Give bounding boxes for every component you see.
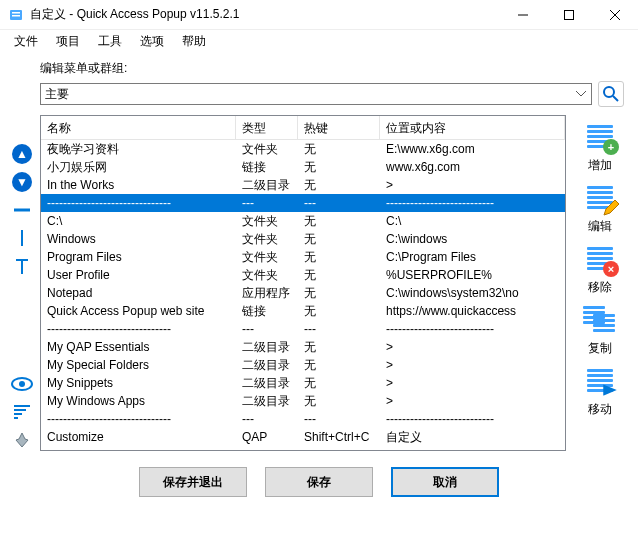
text-button[interactable] (11, 255, 33, 277)
edit-label: 编辑 (588, 218, 612, 235)
move-label: 移动 (588, 401, 612, 418)
add-button[interactable]: + 增加 (581, 121, 619, 174)
cell-type: 应用程序 (236, 285, 298, 302)
table-row[interactable]: My Special Folders二级目录无> (41, 356, 565, 374)
menu-help[interactable]: 帮助 (174, 31, 214, 52)
cell-type: 文件夹 (236, 231, 298, 248)
cell-type: 二级目录 (236, 357, 298, 374)
window-title: 自定义 - Quick Access Popup v11.5.2.1 (30, 6, 500, 23)
edit-button[interactable]: 编辑 (581, 182, 619, 235)
table-row[interactable]: ----------------------------------------… (41, 194, 565, 212)
combo-value: 主要 (45, 86, 69, 103)
col-name[interactable]: 名称 (41, 116, 236, 139)
table-row[interactable]: My QAP Essentials二级目录无> (41, 338, 565, 356)
cell-name: Notepad (41, 286, 236, 300)
table-row[interactable]: 小刀娱乐网链接无www.x6g.com (41, 158, 565, 176)
cell-hotkey: --- (298, 412, 380, 426)
preview-button[interactable] (11, 373, 33, 395)
col-type[interactable]: 类型 (236, 116, 298, 139)
cell-loc: > (380, 394, 565, 408)
cell-hotkey: --- (298, 448, 380, 450)
menu-project[interactable]: 项目 (48, 31, 88, 52)
table-row[interactable]: Program Files文件夹无C:\Program Files (41, 248, 565, 266)
move-icon (581, 365, 619, 399)
table-row[interactable]: User Profile文件夹无%USERPROFILE% (41, 266, 565, 284)
cell-name: Program Files (41, 250, 236, 264)
cell-hotkey: 无 (298, 177, 380, 194)
cell-name: ------------------------------- (41, 448, 236, 450)
cell-name: ------------------------------- (41, 196, 236, 210)
table-row[interactable]: Quick Access Popup web site链接无https://ww… (41, 302, 565, 320)
app-icon (8, 7, 24, 23)
cell-name: In the Works (41, 178, 236, 192)
cell-loc: C:\windows (380, 232, 565, 246)
svg-line-8 (613, 96, 618, 101)
cell-name: My QAP Essentials (41, 340, 236, 354)
table-row[interactable]: My Windows Apps二级目录无> (41, 392, 565, 410)
svg-rect-1 (12, 12, 20, 14)
cell-name: User Profile (41, 268, 236, 282)
pin-button[interactable] (11, 429, 33, 451)
cell-hotkey: 无 (298, 339, 380, 356)
menu-group-combo[interactable]: 主要 (40, 83, 592, 105)
cell-loc: www.x6g.com (380, 160, 565, 174)
separator-vertical-button[interactable] (11, 227, 33, 249)
cell-type: 文件夹 (236, 249, 298, 266)
menu-file[interactable]: 文件 (6, 31, 46, 52)
svg-point-7 (604, 87, 614, 97)
move-down-button[interactable]: ▼ (11, 171, 33, 193)
table-row[interactable]: Notepad应用程序无C:\windows\system32\no (41, 284, 565, 302)
menu-tools[interactable]: 工具 (90, 31, 130, 52)
copy-label: 复制 (588, 340, 612, 357)
copy-button[interactable]: 复制 (581, 304, 619, 357)
table-row[interactable]: ----------------------------------------… (41, 446, 565, 450)
cell-hotkey: 无 (298, 375, 380, 392)
cell-loc: > (380, 376, 565, 390)
cell-hotkey: --- (298, 196, 380, 210)
cell-name: Customize (41, 430, 236, 444)
table-row[interactable]: 夜晚学习资料文件夹无E:\www.x6g.com (41, 140, 565, 158)
table-row[interactable]: Windows文件夹无C:\windows (41, 230, 565, 248)
cell-loc: E:\www.x6g.com (380, 142, 565, 156)
table-row[interactable]: ----------------------------------------… (41, 320, 565, 338)
save-exit-button[interactable]: 保存并退出 (139, 467, 247, 497)
cell-type: --- (236, 196, 298, 210)
cell-hotkey: 无 (298, 159, 380, 176)
col-hotkey[interactable]: 热键 (298, 116, 380, 139)
table-row[interactable]: CustomizeQAPShift+Ctrl+C自定义 (41, 428, 565, 446)
cancel-button[interactable]: 取消 (391, 467, 499, 497)
save-button[interactable]: 保存 (265, 467, 373, 497)
table-row[interactable]: My Snippets二级目录无> (41, 374, 565, 392)
remove-button[interactable]: × 移除 (581, 243, 619, 296)
minimize-button[interactable] (500, 0, 546, 30)
col-location[interactable]: 位置或内容 (380, 116, 565, 139)
separator-horizontal-button[interactable] (11, 199, 33, 221)
maximize-button[interactable] (546, 0, 592, 30)
cell-type: 二级目录 (236, 339, 298, 356)
sort-button[interactable] (11, 401, 33, 423)
menu-options[interactable]: 选项 (132, 31, 172, 52)
cell-hotkey: Shift+Ctrl+C (298, 430, 380, 444)
cell-loc: > (380, 178, 565, 192)
cell-type: 文件夹 (236, 267, 298, 284)
remove-icon: × (581, 243, 619, 277)
table-row[interactable]: C:\文件夹无C:\ (41, 212, 565, 230)
cell-hotkey: 无 (298, 231, 380, 248)
move-up-button[interactable]: ▲ (11, 143, 33, 165)
favorites-list[interactable]: 名称 类型 热键 位置或内容 夜晚学习资料文件夹无E:\www.x6g.com小… (40, 115, 566, 451)
cell-loc: --------------------------- (380, 196, 565, 210)
table-row[interactable]: ----------------------------------------… (41, 410, 565, 428)
cell-name: My Special Folders (41, 358, 236, 372)
search-button[interactable] (598, 81, 624, 107)
cell-hotkey: 无 (298, 267, 380, 284)
menubar: 文件 项目 工具 选项 帮助 (0, 30, 638, 52)
cell-name: Windows (41, 232, 236, 246)
titlebar: 自定义 - Quick Access Popup v11.5.2.1 (0, 0, 638, 30)
list-body[interactable]: 夜晚学习资料文件夹无E:\www.x6g.com小刀娱乐网链接无www.x6g.… (41, 140, 565, 450)
cell-loc: --------------------------- (380, 412, 565, 426)
close-button[interactable] (592, 0, 638, 30)
move-button[interactable]: 移动 (581, 365, 619, 418)
table-row[interactable]: In the Works二级目录无> (41, 176, 565, 194)
bottom-buttons: 保存并退出 保存 取消 (0, 459, 638, 511)
cell-name: 小刀娱乐网 (41, 159, 236, 176)
